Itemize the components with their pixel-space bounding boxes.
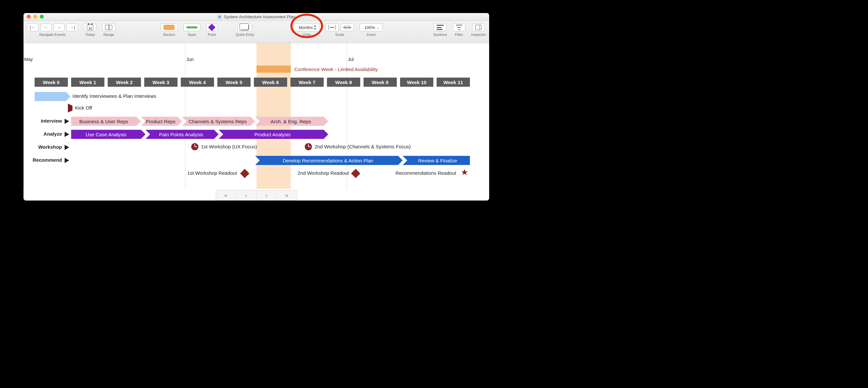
nav-prev-button[interactable]: ← (40, 24, 52, 31)
span-analyze-pain[interactable]: Pain Points Analysis (146, 130, 214, 139)
clock-icon (191, 143, 198, 150)
today-button[interactable]: 15 (84, 24, 96, 31)
inspector-label: Inspector (471, 33, 486, 36)
units-value: Months (299, 25, 313, 30)
week-cell[interactable]: Week 5 (217, 77, 251, 87)
week-cell[interactable]: Week 10 (400, 77, 433, 87)
units-select[interactable]: Months ▴▾ (294, 24, 320, 31)
today-day-number: 15 (88, 27, 92, 30)
calendar-icon: 15 (87, 25, 93, 30)
week-cell[interactable]: Week 6 (254, 77, 287, 87)
quick-entry-icon (241, 25, 249, 30)
month-label-jul: Jul (348, 57, 354, 62)
inspector-button[interactable] (472, 24, 485, 31)
nav-last-icon: →| (69, 25, 75, 30)
point-group: Point (206, 24, 217, 36)
row-label-workshop: Workshop (27, 144, 69, 150)
week-cell[interactable]: Week 0 (35, 77, 68, 87)
chevron-double-right-icon: » (285, 192, 288, 199)
week-cell[interactable]: Week 7 (290, 77, 324, 87)
milestone-readout-1-label: 1st Workshop Readout (187, 170, 237, 176)
milestone-readout-2[interactable] (352, 170, 359, 177)
milestone-workshop-1-label: 1st Workshop (UX Focus) (201, 144, 257, 149)
span-interview-product[interactable]: Product Reps (141, 117, 178, 126)
play-icon (65, 132, 69, 137)
scale-group: Scale (326, 24, 354, 36)
units-label: Units (303, 33, 311, 36)
inspector-group: Inspector (471, 24, 486, 36)
section-group: Section (160, 24, 178, 36)
filter-button[interactable] (453, 24, 465, 31)
app-window: System Architecture Assessment Plan |← ←… (24, 13, 489, 200)
scale-fit-button[interactable] (326, 24, 339, 31)
month-label-jun: Jun (186, 57, 194, 62)
navigate-events-label: Navigate Events (39, 33, 66, 36)
timeline-canvas[interactable]: May Jun Jul Conference Week - Limited Av… (24, 43, 489, 200)
window-title-text: System Architecture Assessment Plan (224, 14, 295, 19)
today-group: 15 Today (84, 24, 96, 36)
zoom-select[interactable]: 100% ⌄ (360, 24, 382, 31)
nav-prev-icon: ← (44, 25, 48, 30)
traffic-lights (27, 15, 44, 19)
units-group: Months ▴▾ Units (294, 24, 320, 36)
nav-first-icon: |← (30, 25, 36, 30)
nav-last-button[interactable]: →| (67, 24, 78, 31)
week-cell[interactable]: Week 2 (108, 77, 141, 87)
quick-entry-button[interactable] (238, 24, 252, 31)
pager-first-button[interactable]: « (216, 190, 236, 200)
week-cell[interactable]: Week 3 (144, 77, 178, 87)
clock-icon (305, 143, 312, 150)
span-interview-business[interactable]: Business & User Reps (71, 117, 136, 126)
week-cell[interactable]: Week 8 (327, 77, 360, 87)
span-recommend-review[interactable]: Review & Finalize (403, 156, 470, 165)
new-section-button[interactable] (160, 24, 178, 31)
week-cell[interactable]: Week 4 (181, 77, 214, 87)
pager-next-button[interactable]: › (256, 190, 277, 200)
zoom-group: 100% ⌄ Zoom (360, 24, 382, 36)
span-interview-arch[interactable]: Arch. & Eng. Reps (255, 117, 324, 126)
minimize-window-button[interactable] (33, 15, 37, 19)
range-group: Range (102, 24, 115, 36)
pager-last-button[interactable]: » (277, 190, 297, 200)
today-label: Today (86, 33, 95, 36)
span-label: Span (188, 33, 196, 36)
span-recommend-develop[interactable]: Develop Recommendations & Action Plan (255, 156, 398, 165)
span-analyze-product[interactable]: Product Analysis (219, 130, 324, 139)
zoom-window-button[interactable] (40, 15, 44, 19)
conference-section-header[interactable] (256, 66, 291, 73)
month-label-may: May (24, 57, 33, 62)
conference-section-band[interactable] (256, 43, 291, 189)
close-window-button[interactable] (27, 15, 31, 19)
point-swatch-icon (208, 24, 216, 31)
scale-label: Scale (335, 33, 344, 36)
week-cell[interactable]: Week 1 (71, 77, 104, 87)
range-button[interactable] (102, 24, 115, 31)
titlebar: System Architecture Assessment Plan (24, 13, 489, 21)
milestone-kickoff[interactable] (68, 106, 72, 110)
row-label-interview: Interview (30, 118, 69, 124)
span-interview-channels[interactable]: Channels & Systems Reps (182, 117, 251, 126)
span-identify-interviewees[interactable] (35, 92, 66, 101)
inspector-icon (475, 25, 482, 30)
milestone-readout-3[interactable]: ★ (461, 168, 468, 176)
milestone-workshop-2[interactable] (305, 143, 312, 150)
span-analyze-usecase[interactable]: Use Case Analysis (71, 130, 141, 139)
row-label-recommend: Recommend (24, 157, 69, 163)
span-identify-label: Identify Interviewees & Plan Interviews (72, 93, 156, 99)
pager-prev-button[interactable]: ‹ (236, 190, 256, 200)
scale-selection-button[interactable] (341, 24, 354, 31)
nav-first-button[interactable]: |← (27, 24, 38, 31)
new-point-button[interactable] (206, 24, 217, 31)
sections-group: Sections (433, 24, 447, 36)
sections-button[interactable] (434, 24, 447, 31)
month-gridline (185, 43, 185, 189)
star-icon: ★ (461, 168, 468, 176)
week-cell[interactable]: Week 11 (437, 77, 470, 87)
week-cell[interactable]: Week 9 (364, 77, 397, 87)
milestone-readout-1[interactable] (242, 170, 248, 177)
new-span-button[interactable] (183, 24, 200, 31)
milestone-workshop-1[interactable] (191, 143, 198, 150)
nav-next-button[interactable]: → (54, 24, 65, 31)
diamond-icon (240, 169, 249, 178)
filter-label: Filter (455, 33, 463, 36)
